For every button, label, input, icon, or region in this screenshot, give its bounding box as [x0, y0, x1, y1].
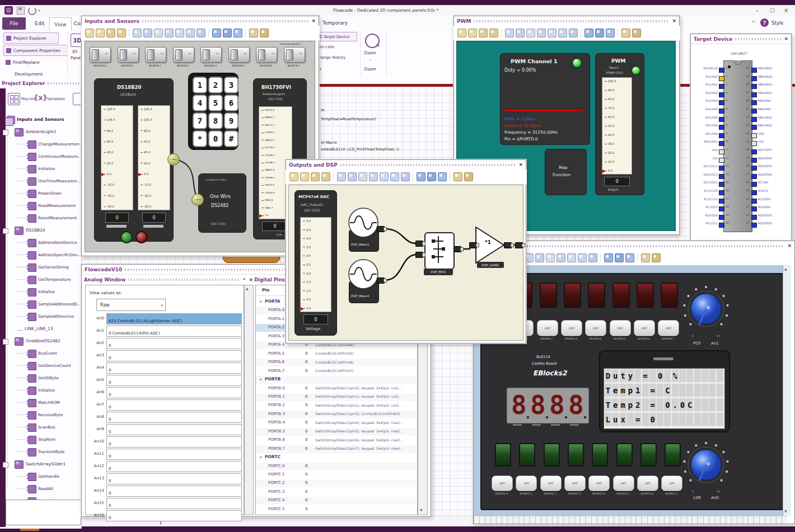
- toolbar-icon[interactable]: [546, 253, 555, 262]
- digital-row-portc-0[interactable]: PORTC.00: [256, 463, 416, 470]
- digital-row-portb-0[interactable]: PORTB.00SwitchArraySlider1(pin0), keypad…: [256, 385, 416, 393]
- analog-input-An14[interactable]: 0: [106, 486, 242, 497]
- toggle-switch-7[interactable]: on: [284, 47, 305, 63]
- board-hscroll[interactable]: [474, 516, 787, 524]
- ds18b20-slider-2[interactable]: 125.0105.085.065.045.025.05.0-15.0-35.0-…: [138, 105, 170, 210]
- ribbon-find-replace-button[interactable]: Find/Replace: [3, 58, 54, 67]
- toolbar-icon[interactable]: [595, 29, 604, 37]
- toolbar-icon[interactable]: [154, 29, 163, 37]
- tree-item-inputs-and-sensors[interactable]: Inputs and Sensors: [0, 114, 81, 125]
- pe-tab-macros-icon[interactable]: [8, 93, 20, 105]
- toolbar-icon[interactable]: [464, 172, 473, 181]
- toolbar-icon[interactable]: [652, 253, 661, 262]
- toolbar-icon[interactable]: [249, 29, 258, 37]
- tree-item-initialise[interactable]: Initialise: [0, 385, 81, 396]
- refresh-icon[interactable]: [28, 7, 36, 15]
- inputs-sensors-window-close-icon[interactable]: ×: [311, 18, 316, 23]
- digital-row-portc-4[interactable]: PORTC.40: [256, 497, 416, 505]
- toolbar-icon[interactable]: [133, 29, 142, 37]
- pwm-slider[interactable]: 100.090.080.070.060.050.040.030.020.010.…: [602, 77, 632, 175]
- tree-item-receivebyte[interactable]: ReceiveByte: [0, 409, 81, 421]
- analog-input-An13[interactable]: 0: [106, 473, 242, 484]
- tree-item-busevent[interactable]: BusEvent: [0, 348, 81, 359]
- tree-item-powerdown[interactable]: PowerDown: [0, 188, 81, 199]
- digital-row-portb-3[interactable]: PORTB.30SwitchArraySlider1(pin3), ComboB…: [256, 411, 416, 418]
- target-device-window-titlebar[interactable]: Target Device×: [691, 34, 791, 44]
- analog-input-An15[interactable]: 0: [106, 498, 242, 509]
- analog-input-An4[interactable]: 0: [106, 362, 242, 374]
- toolbar-icon[interactable]: [548, 29, 556, 37]
- toolbar-icon[interactable]: [175, 29, 184, 37]
- tree-item-ds18b20[interactable]: -DS18B20: [0, 225, 81, 236]
- tree-item-ambientlight1[interactable]: -AmbientLight1: [0, 126, 81, 138]
- digital-row-portc-3[interactable]: PORTC.30: [256, 488, 416, 496]
- analog-input-An12[interactable]: 0: [106, 461, 242, 472]
- keypad-key-6[interactable]: 6: [224, 95, 238, 111]
- digital-row-portb-4[interactable]: PORTB.40SwitchArraySlider1(pin4), keypad…: [256, 419, 416, 427]
- tab-edit[interactable]: Edit: [35, 21, 44, 26]
- tree-item-changemeasuremen-[interactable]: ChangeMeasuremen...: [0, 139, 81, 150]
- toolbar-icon[interactable]: [212, 29, 221, 37]
- window-close-icon[interactable]: ×: [784, 7, 788, 13]
- toolbar-icon[interactable]: [337, 172, 346, 181]
- ds18b20-slider-1[interactable]: 125.0105.085.065.045.025.05.0-15.0-35.0-…: [101, 105, 133, 210]
- toolbar-icon[interactable]: [260, 29, 269, 37]
- toolbar-icon[interactable]: [165, 29, 174, 37]
- style-button[interactable]: Style: [771, 20, 783, 26]
- port-d-button-6[interactable]: OFF: [637, 475, 658, 491]
- connector-dot-1[interactable]: 1-Wire: [167, 153, 180, 166]
- target-device-window-close-icon[interactable]: ×: [784, 36, 788, 41]
- toolbar-icon[interactable]: [311, 172, 320, 181]
- toolbar-icon[interactable]: [417, 172, 425, 181]
- tree-item-link-line-13[interactable]: LINK_LINE_13: [0, 323, 81, 335]
- toolbar-icon[interactable]: [197, 29, 205, 37]
- toolbar-icon[interactable]: [348, 172, 357, 181]
- tree-item-matchrom[interactable]: MatchROM: [0, 397, 81, 408]
- pe-tab-extra-icon[interactable]: [73, 93, 82, 105]
- port-a-button-7[interactable]: OFF: [658, 320, 679, 336]
- toolbar-icon[interactable]: [380, 172, 389, 181]
- toolbar-icon[interactable]: [537, 29, 546, 37]
- tree-item-getidbyte[interactable]: GetIDByte: [0, 373, 81, 384]
- digital-row-portc-2[interactable]: PORTC.20: [256, 479, 416, 487]
- dsp-mixer[interactable]: [424, 232, 455, 270]
- digital-row-porta-6[interactable]: PORTA.60ComboBL0114(PinA6): [256, 359, 416, 366]
- toolbar-icon[interactable]: [468, 29, 477, 37]
- toolbar-icon[interactable]: [606, 29, 615, 37]
- toolbar-icon[interactable]: [479, 29, 488, 37]
- potentiometer-knob[interactable]: [681, 284, 731, 333]
- analog-input-An1[interactable]: 0 ComboBL0114(Pot ADC): [106, 326, 242, 337]
- tab-file[interactable]: File: [2, 17, 26, 30]
- tree-item-initialise[interactable]: Initialise: [0, 286, 81, 298]
- analog-vscrollbar[interactable]: [244, 285, 254, 515]
- toolbar-icon[interactable]: [588, 253, 597, 262]
- port-a-button-6[interactable]: OFF: [634, 320, 655, 336]
- analog-input-An8[interactable]: 0: [106, 412, 242, 423]
- potentiometer-knob[interactable]: [681, 440, 731, 489]
- analog-input-An7[interactable]: 0: [106, 399, 242, 411]
- toolbar-icon[interactable]: [584, 29, 593, 37]
- tree-item-gethandle[interactable]: GetHandle: [0, 471, 81, 482]
- window-minimize-icon[interactable]: –: [756, 7, 759, 13]
- pe-tab-variables-label[interactable]: Variables: [47, 97, 65, 101]
- tree-item-gettemperature[interactable]: GetTemperature: [0, 274, 81, 285]
- toolbar-icon[interactable]: [641, 253, 650, 262]
- toolbar-icon[interactable]: [85, 29, 94, 37]
- outputs-dsp-window-titlebar[interactable]: Outputs and DSP×: [286, 160, 526, 170]
- board-vscrollbar[interactable]: [783, 265, 791, 516]
- toolbar-icon[interactable]: [427, 172, 436, 181]
- pwm-window-titlebar[interactable]: PWM×: [454, 16, 679, 26]
- keypad-key-*[interactable]: *: [193, 130, 207, 147]
- keypad-key-#[interactable]: #: [224, 130, 238, 147]
- toolbar-icon[interactable]: [96, 29, 105, 37]
- toolbar-icon[interactable]: [569, 29, 578, 37]
- ribbon-project-explorer-button[interactable]: Project Explorer: [3, 32, 59, 44]
- toolbar-icon[interactable]: [289, 172, 298, 181]
- keypad-key-7[interactable]: 7: [193, 112, 207, 129]
- digital-row-portc[interactable]: ◢PORTC: [256, 454, 416, 462]
- toggle-switch-2[interactable]: on: [145, 47, 166, 63]
- analog-dropdown[interactable]: Raw▾: [96, 299, 166, 311]
- tree-item-continuousmeasure-[interactable]: ContinuousMeasure...: [0, 151, 81, 162]
- toolbar-icon[interactable]: [625, 253, 634, 262]
- tree-item-addressspecificdev-[interactable]: AddressSpecificDev...: [0, 249, 81, 261]
